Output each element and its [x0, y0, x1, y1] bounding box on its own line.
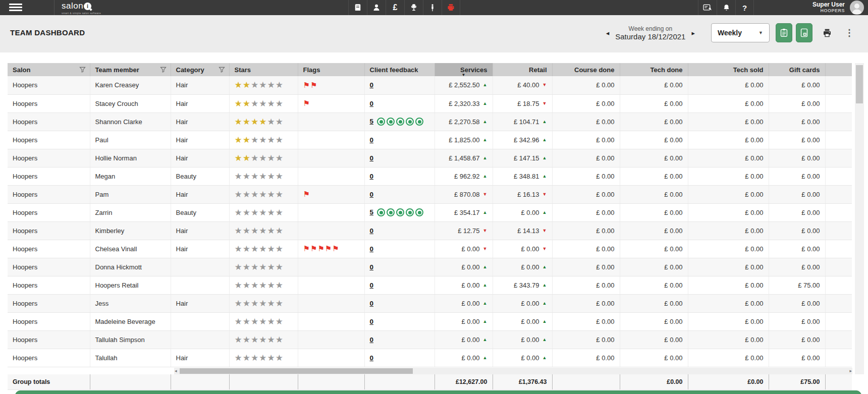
report-button[interactable] [776, 23, 792, 42]
feedback-count-link[interactable]: 5 [370, 118, 374, 125]
team-member-cell: Tallulah Simpson [90, 330, 171, 349]
star-empty-icon: ★ [259, 80, 267, 90]
clients-icon[interactable] [367, 0, 386, 15]
feedback-positive-icon [415, 118, 423, 126]
client-feedback-cell: 0 [364, 76, 435, 94]
column-header-services[interactable]: Services▼ [435, 63, 493, 76]
more-menu-button[interactable]: ⋮ [842, 25, 857, 40]
filter-funnel-icon[interactable] [160, 67, 167, 73]
feedback-count-link[interactable]: 5 [370, 208, 374, 216]
feedback-count-link[interactable]: 0 [370, 282, 374, 289]
feedback-count-link[interactable]: 0 [370, 191, 374, 198]
feedback-count-link[interactable]: 0 [370, 336, 374, 344]
feedback-count-link[interactable]: 0 [370, 354, 374, 362]
star-empty-icon: ★ [243, 208, 251, 217]
column-header-gift-cards[interactable]: Gift cards [769, 63, 825, 76]
column-header-label: Tech done [650, 66, 682, 74]
feedback-count-link[interactable]: 0 [370, 263, 374, 271]
notifications-icon[interactable] [717, 0, 735, 15]
client-feedback-cell: 0 [364, 94, 435, 112]
column-header-course-done[interactable]: Course done [552, 63, 620, 76]
flags-cell [298, 258, 364, 276]
stylist-chair-icon[interactable] [404, 0, 423, 15]
filler-cell [825, 221, 852, 240]
flag-icon: ⚑ [325, 244, 332, 253]
vertical-scrollbar[interactable] [855, 63, 864, 374]
column-header-tech-sold[interactable]: Tech sold [688, 63, 769, 76]
till-pound-icon[interactable]: £ [386, 0, 404, 15]
feedback-count-link[interactable]: 0 [370, 100, 374, 107]
feedback-count-link[interactable]: 0 [370, 318, 374, 325]
print-alert-icon[interactable] [442, 0, 460, 15]
star-empty-icon: ★ [267, 262, 276, 272]
sort-desc-icon: ▼ [462, 73, 466, 76]
feedback-count-link[interactable]: 0 [370, 136, 374, 144]
app-logo[interactable]: salon i smart & simple salon software [62, 1, 101, 15]
frequency-select[interactable]: Weekly ▼ [711, 23, 770, 42]
scroll-right-icon[interactable]: ▸ [849, 368, 852, 374]
whats-new-icon[interactable] [698, 0, 717, 15]
flag-icon: ⚑ [310, 244, 317, 253]
star-empty-icon: ★ [276, 280, 284, 290]
services-cell-value: £ 2,320.33▲ [440, 100, 487, 107]
star-empty-icon: ★ [235, 280, 243, 290]
amount: £ 16.13 [517, 191, 539, 198]
star-empty-icon: ★ [251, 262, 259, 272]
column-header-client-feedback[interactable]: Client feedback [364, 63, 435, 76]
column-header-salon[interactable]: Salon [8, 63, 90, 76]
prev-week-button[interactable]: ◂ [603, 27, 613, 39]
course-done-cell: £ 0.00 [552, 312, 620, 330]
feedback-count-link[interactable]: 0 [370, 81, 374, 89]
column-header-label: Category [176, 66, 204, 74]
star-empty-icon: ★ [251, 280, 259, 290]
feedback-dot [418, 120, 421, 124]
star-empty-icon: ★ [235, 262, 243, 272]
column-header-label: Stars [235, 66, 251, 74]
star-empty-icon: ★ [259, 353, 267, 363]
horizontal-scrollbar[interactable]: ◂ ▸ [174, 368, 852, 374]
column-header-filler[interactable] [825, 63, 852, 76]
scroll-left-icon[interactable]: ◂ [175, 368, 177, 374]
hamburger-menu-icon[interactable] [9, 4, 22, 12]
column-header-tech-done[interactable]: Tech done [620, 63, 688, 76]
client-feedback-cell: 0 [364, 149, 435, 167]
trend-down-icon: ▼ [542, 192, 547, 197]
stars-cell: ★★★★★★ [229, 276, 298, 294]
feedback-count-link[interactable]: 0 [370, 300, 374, 307]
tech-sold-cell: £ 0.00 [688, 240, 769, 258]
horizontal-scrollbar-thumb[interactable] [180, 368, 413, 374]
feedback-count-link[interactable]: 0 [370, 245, 374, 253]
column-header-team-member[interactable]: Team member [90, 63, 171, 76]
export-excel-button[interactable] [796, 23, 812, 42]
feedback-count-link[interactable]: 0 [370, 227, 374, 235]
feedback-dot [408, 211, 412, 214]
feedback-count-link[interactable]: 0 [370, 154, 374, 162]
filter-funnel-icon[interactable] [79, 67, 86, 73]
walk-in-icon[interactable] [423, 0, 442, 15]
bottom-green-panel[interactable] [15, 390, 861, 394]
feedback-count-link[interactable]: 0 [370, 173, 374, 180]
appointment-book-icon[interactable] [348, 0, 367, 15]
tech-done-cell: £ 0.00 [620, 76, 688, 94]
services-cell-value: £ 962.92▲ [440, 173, 487, 180]
totals-course-done [552, 374, 620, 389]
column-header-retail[interactable]: Retail [493, 63, 552, 76]
feedback-dot [399, 120, 402, 124]
services-cell-value: £ 0.00▲ [440, 336, 487, 344]
feedback-positive-icon [406, 208, 414, 216]
column-header-flags[interactable]: Flags [298, 63, 364, 76]
next-week-button[interactable]: ▸ [688, 27, 698, 39]
flags-cell [298, 131, 364, 149]
course-done-cell: £ 0.00 [552, 185, 620, 203]
avatar[interactable] [850, 1, 864, 15]
table-row: HoopersKaren CreaseyHair★★★★★★⚑⚑0£ 2,552… [8, 76, 852, 94]
column-header-stars[interactable]: Stars [229, 63, 298, 76]
column-header-category[interactable]: Category [171, 63, 229, 76]
user-info[interactable]: Super User HOOPERS [812, 1, 845, 13]
filter-funnel-icon[interactable] [219, 67, 225, 73]
print-button[interactable] [820, 25, 835, 40]
feedback-dot [379, 120, 383, 124]
star-empty-icon: ★ [259, 172, 267, 181]
help-icon[interactable]: ? [735, 0, 754, 15]
vertical-scrollbar-thumb[interactable] [856, 65, 863, 103]
